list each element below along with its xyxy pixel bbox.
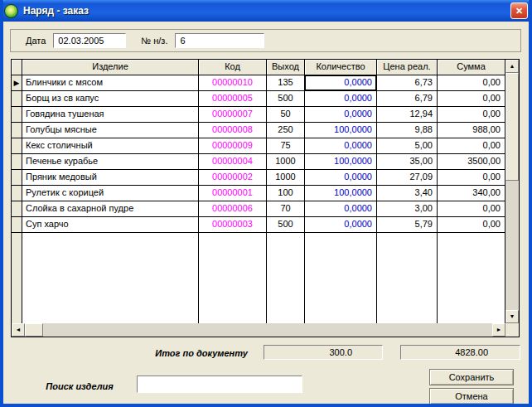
app-icon xyxy=(4,4,18,18)
close-button[interactable]: ✕ xyxy=(510,2,528,19)
table-row[interactable]: Пряник медовый 00000002 1000 0,0000 27,0… xyxy=(12,170,505,186)
cell-quantity[interactable]: 0,0000 xyxy=(305,201,377,216)
scrollbar-corner xyxy=(505,323,519,337)
cell-sum[interactable]: 0,00 xyxy=(438,138,505,153)
cell-price[interactable]: 27,09 xyxy=(377,170,438,185)
vertical-scroll-thumb[interactable] xyxy=(505,73,519,181)
cell-yield[interactable]: 500 xyxy=(267,91,305,106)
column-header-sum[interactable]: Сумма xyxy=(438,60,505,75)
cell-yield[interactable]: 70 xyxy=(267,201,305,216)
cell-yield[interactable]: 75 xyxy=(267,138,305,153)
row-indicator xyxy=(12,217,22,232)
column-header-quantity[interactable]: Количество xyxy=(305,60,377,75)
cell-quantity[interactable]: 100,0000 xyxy=(305,186,377,201)
cell-price[interactable]: 5,00 xyxy=(377,138,438,153)
cell-quantity[interactable]: 0,0000 xyxy=(305,91,377,106)
cell-quantity[interactable]: 100,0000 xyxy=(305,154,377,169)
cell-product[interactable]: Пряник медовый xyxy=(22,170,199,185)
column-header-yield[interactable]: Выход xyxy=(267,60,305,75)
cell-sum[interactable]: 0,00 xyxy=(438,107,505,122)
table-row[interactable]: Слойка в сахарной пудре 00000006 70 0,00… xyxy=(12,201,505,217)
cell-code[interactable]: 00000003 xyxy=(199,217,267,232)
cell-price[interactable]: 6,79 xyxy=(377,91,438,106)
cell-sum[interactable]: 0,00 xyxy=(438,75,505,90)
table-row[interactable]: Голубцы мясные 00000008 250 100,0000 9,8… xyxy=(12,123,505,138)
cell-quantity[interactable]: 0,0000 xyxy=(305,138,377,153)
cell-code[interactable]: 00000010 xyxy=(199,75,267,90)
table-row[interactable]: Рулетик с корицей 00000001 100 100,0000 … xyxy=(12,186,505,201)
column-header-product[interactable]: Изделие xyxy=(22,60,199,75)
cell-code[interactable]: 00000005 xyxy=(199,91,267,106)
filler-indicator-column xyxy=(12,233,22,323)
cell-code[interactable]: 00000004 xyxy=(199,154,267,169)
column-header-price[interactable]: Цена реал. xyxy=(377,60,438,75)
cell-code[interactable]: 00000009 xyxy=(199,138,267,153)
row-indicator xyxy=(12,154,22,169)
cell-code[interactable]: 00000007 xyxy=(199,107,267,122)
order-number-field[interactable]: 6 xyxy=(175,33,264,48)
cell-price[interactable]: 5,79 xyxy=(377,217,438,232)
date-field[interactable]: 02.03.2005 xyxy=(53,33,126,48)
vertical-scrollbar[interactable]: ▲ ▼ xyxy=(505,60,519,323)
titlebar[interactable]: Наряд - заказ ✕ xyxy=(0,0,532,22)
cell-code[interactable]: 00000006 xyxy=(199,201,267,216)
cell-code[interactable]: 00000002 xyxy=(199,170,267,185)
cell-price[interactable]: 35,00 xyxy=(377,154,438,169)
cell-quantity[interactable]: 100,0000 xyxy=(305,123,377,138)
cell-sum[interactable]: 0,00 xyxy=(438,201,505,216)
scroll-down-icon[interactable]: ▼ xyxy=(505,310,519,323)
scroll-right-icon[interactable]: ► xyxy=(492,323,505,337)
cell-product[interactable]: Блинчики с мясом xyxy=(22,75,199,90)
filler-column xyxy=(267,233,305,323)
horizontal-scrollbar[interactable]: ◄ ► xyxy=(12,323,505,337)
save-button[interactable]: Сохранить xyxy=(429,369,514,385)
scroll-up-icon[interactable]: ▲ xyxy=(505,60,519,73)
cell-code[interactable]: 00000001 xyxy=(199,186,267,201)
cancel-button[interactable]: Отмена xyxy=(429,388,514,405)
cell-quantity[interactable]: 0,0000 xyxy=(305,217,377,232)
cell-yield[interactable]: 135 xyxy=(267,75,305,90)
cell-price[interactable]: 9,88 xyxy=(377,123,438,138)
cell-product[interactable]: Говядина тушеная xyxy=(22,107,199,122)
cell-product[interactable]: Печенье курабье xyxy=(22,154,199,169)
cell-price[interactable]: 6,73 xyxy=(377,75,438,90)
table-row[interactable]: ▶ Блинчики с мясом 00000010 135 0,0000 6… xyxy=(12,75,505,91)
cell-product[interactable]: Суп харчо xyxy=(22,217,199,232)
cell-sum[interactable]: 0,00 xyxy=(438,217,505,232)
cell-sum[interactable]: 340,00 xyxy=(438,186,505,201)
table-row[interactable]: Печенье курабье 00000004 1000 100,0000 3… xyxy=(12,154,505,170)
cell-sum[interactable]: 0,00 xyxy=(438,170,505,185)
cell-yield[interactable]: 500 xyxy=(267,217,305,232)
cell-sum[interactable]: 3500,00 xyxy=(438,154,505,169)
table-row[interactable]: Суп харчо 00000003 500 0,0000 5,79 0,00 xyxy=(12,217,505,233)
cell-yield[interactable]: 1000 xyxy=(267,170,305,185)
cell-yield[interactable]: 100 xyxy=(267,186,305,201)
cell-quantity[interactable]: 0,0000 xyxy=(305,170,377,185)
horizontal-scroll-thumb[interactable] xyxy=(25,323,43,337)
table-row[interactable]: Говядина тушеная 00000007 50 0,0000 12,9… xyxy=(12,107,505,123)
cell-product[interactable]: Слойка в сахарной пудре xyxy=(22,201,199,216)
totals-label: Итог по документу xyxy=(133,346,270,361)
search-input[interactable] xyxy=(137,376,302,393)
cell-yield[interactable]: 1000 xyxy=(267,154,305,169)
cell-sum[interactable]: 0,00 xyxy=(438,91,505,106)
column-header-code[interactable]: Код xyxy=(199,60,267,75)
cell-quantity[interactable]: 0,0000 xyxy=(305,107,377,122)
cell-product[interactable]: Кекс столичный xyxy=(22,138,199,153)
cell-sum[interactable]: 988,00 xyxy=(438,123,505,138)
cell-quantity-focused[interactable]: 0,0000 xyxy=(305,75,377,90)
grid-empty-area xyxy=(12,233,505,323)
cell-price[interactable]: 3,40 xyxy=(377,186,438,201)
cell-price[interactable]: 3,00 xyxy=(377,201,438,216)
cell-yield[interactable]: 250 xyxy=(267,123,305,138)
cell-product[interactable]: Рулетик с корицей xyxy=(22,186,199,201)
cell-code[interactable]: 00000008 xyxy=(199,123,267,138)
table-row[interactable]: Борщ из св капус 00000005 500 0,0000 6,7… xyxy=(12,91,505,107)
cell-yield[interactable]: 50 xyxy=(267,107,305,122)
grid-header: Изделие Код Выход Количество Цена реал. … xyxy=(12,60,505,75)
scroll-left-icon[interactable]: ◄ xyxy=(12,323,25,337)
cell-product[interactable]: Борщ из св капус xyxy=(22,91,199,106)
table-row[interactable]: Кекс столичный 00000009 75 0,0000 5,00 0… xyxy=(12,138,505,154)
cell-price[interactable]: 12,94 xyxy=(377,107,438,122)
cell-product[interactable]: Голубцы мясные xyxy=(22,123,199,138)
